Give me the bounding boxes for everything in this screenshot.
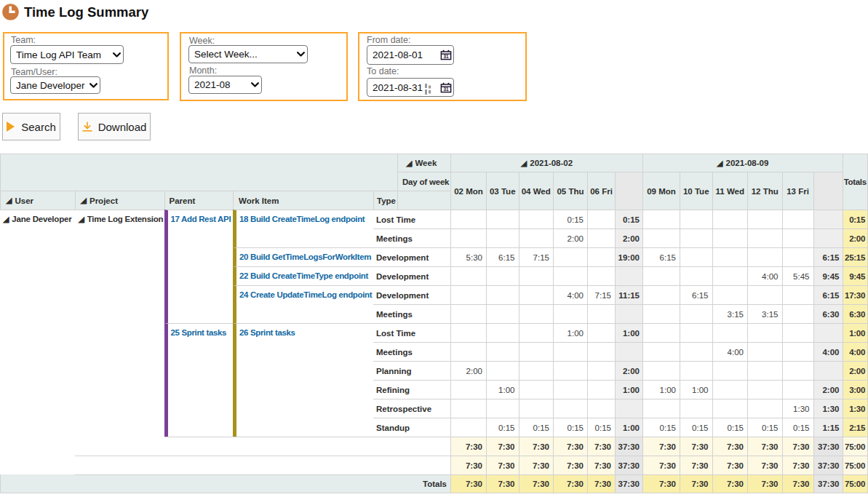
svg-text:31: 31 bbox=[443, 87, 449, 92]
svg-text:31: 31 bbox=[443, 54, 449, 59]
